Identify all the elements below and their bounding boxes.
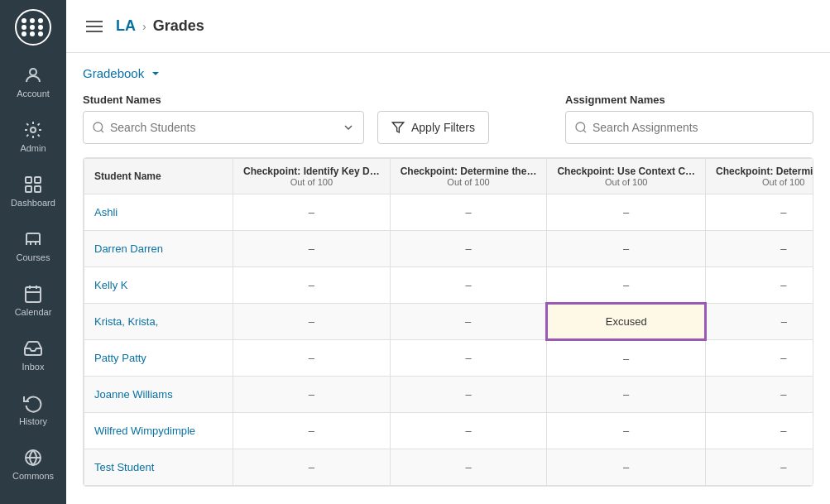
svg-marker-11 — [392, 122, 403, 132]
sidebar-item-account[interactable]: Account — [0, 55, 66, 109]
col-header-checkpoint-4: Checkpoint: Determine Ma… Out of 100 — [706, 159, 813, 194]
student-search-box[interactable] — [83, 111, 364, 144]
search-icon-assignments — [574, 121, 588, 134]
student-name-link[interactable]: Kelly K — [94, 279, 127, 291]
assignment-names-label: Assignment Names — [565, 94, 813, 106]
page-content: Gradebook Student Names Apply Filters — [66, 53, 830, 504]
breadcrumb: LA › Grades — [116, 17, 204, 35]
app-logo[interactable] — [0, 0, 66, 55]
student-name-link[interactable]: Joanne Williams — [94, 388, 173, 401]
svg-rect-5 — [35, 186, 41, 192]
grade-cell[interactable]: – — [706, 413, 813, 449]
sidebar-item-admin-label: Admin — [20, 143, 46, 153]
grade-cell[interactable]: – — [233, 377, 391, 413]
grade-cell[interactable]: – — [547, 267, 706, 304]
gradebook-dropdown-label: Gradebook — [83, 66, 144, 80]
assignment-filter-group: Assignment Names — [565, 94, 813, 144]
sidebar-item-calendar-label: Calendar — [15, 307, 52, 317]
sidebar-item-calendar[interactable]: Calendar — [0, 273, 66, 328]
grade-cell[interactable]: Excused — [547, 304, 706, 340]
svg-point-12 — [576, 122, 585, 132]
grade-cell[interactable]: – — [233, 449, 391, 486]
grade-cell[interactable]: – — [547, 340, 706, 377]
search-icon — [92, 121, 105, 134]
table-row: Patty Patty–––– — [84, 340, 814, 377]
grade-cell[interactable]: – — [547, 413, 706, 449]
student-name-link[interactable]: Ashli — [94, 206, 118, 218]
grades-table-wrapper: Student Name Checkpoint: Identify Key D…… — [83, 157, 813, 487]
svg-line-10 — [101, 130, 103, 132]
sidebar-item-admin[interactable]: Admin — [0, 109, 66, 164]
grade-cell[interactable]: – — [706, 449, 813, 486]
svg-point-1 — [31, 127, 36, 132]
grade-cell[interactable]: – — [390, 340, 547, 377]
sidebar-item-inbox[interactable]: Inbox — [0, 328, 66, 382]
grade-cell[interactable]: – — [233, 194, 391, 231]
grade-cell[interactable]: – — [706, 304, 813, 340]
grade-cell[interactable]: – — [390, 377, 547, 413]
sidebar: Account Admin Dashboard Courses Calendar… — [0, 0, 66, 504]
student-name-cell: Krista, Krista, — [84, 304, 233, 340]
student-filter-group: Student Names — [83, 94, 364, 144]
table-row: Darren Darren–––– — [84, 231, 814, 267]
student-name-link[interactable]: Wilfred Wimpydimple — [94, 425, 195, 437]
grade-cell[interactable]: – — [547, 194, 706, 231]
sidebar-item-history-label: History — [19, 416, 47, 426]
grade-cell[interactable]: – — [233, 413, 391, 449]
grade-cell[interactable]: – — [547, 377, 706, 413]
grade-cell[interactable]: – — [706, 377, 813, 413]
student-name-link[interactable]: Darren Darren — [94, 242, 163, 255]
table-row: Joanne Williams–––– — [84, 377, 814, 413]
grade-cell[interactable]: – — [706, 267, 813, 304]
grade-cell[interactable]: – — [233, 267, 391, 304]
grade-cell[interactable]: – — [390, 449, 547, 486]
grade-cell[interactable]: – — [390, 304, 547, 340]
main-content: LA › Grades Gradebook Student Names — [66, 0, 830, 504]
sidebar-item-dashboard[interactable]: Dashboard — [0, 164, 66, 218]
grade-cell[interactable]: – — [706, 194, 813, 231]
grade-cell[interactable]: – — [706, 340, 813, 377]
assignment-search-box[interactable] — [565, 111, 813, 144]
sidebar-item-courses[interactable]: Courses — [0, 218, 66, 273]
grade-cell[interactable]: – — [547, 231, 706, 267]
student-name-cell: Ashli — [84, 194, 233, 231]
table-row: Krista, Krista,––Excused– — [84, 304, 814, 340]
svg-point-9 — [94, 122, 103, 132]
table-row: Kelly K–––– — [84, 267, 814, 304]
student-name-link[interactable]: Krista, Krista, — [94, 315, 158, 328]
sidebar-item-inbox-label: Inbox — [22, 362, 45, 372]
table-header-row: Student Name Checkpoint: Identify Key D…… — [84, 159, 814, 194]
grade-cell[interactable]: – — [233, 304, 391, 340]
col-header-checkpoint-3: Checkpoint: Use Context C… Out of 100 — [547, 159, 706, 194]
table-row: Test Student–––– — [84, 449, 814, 486]
search-students-input[interactable] — [105, 121, 342, 134]
student-name-link[interactable]: Patty Patty — [94, 352, 146, 364]
gradebook-dropdown[interactable]: Gradebook — [83, 66, 813, 80]
student-name-cell: Kelly K — [84, 267, 233, 304]
breadcrumb-la[interactable]: LA — [116, 17, 136, 35]
grade-cell[interactable]: – — [233, 340, 391, 377]
grade-cell[interactable]: – — [390, 267, 547, 304]
page-header: LA › Grades — [66, 0, 830, 53]
sidebar-item-commons[interactable]: Commons — [0, 437, 66, 492]
sidebar-item-account-label: Account — [17, 89, 50, 98]
sidebar-item-courses-label: Courses — [17, 252, 50, 262]
student-name-link[interactable]: Test Student — [94, 461, 154, 473]
apply-filters-button[interactable]: Apply Filters — [377, 111, 489, 144]
grade-cell[interactable]: – — [706, 231, 813, 267]
table-row: Wilfred Wimpydimple–––– — [84, 413, 814, 449]
grade-cell[interactable]: – — [390, 194, 547, 231]
grade-cell[interactable]: – — [233, 231, 391, 267]
col-header-checkpoint-1: Checkpoint: Identify Key D… Out of 100 — [233, 159, 391, 194]
student-name-cell: Wilfred Wimpydimple — [84, 413, 233, 449]
col-header-student-name: Student Name — [84, 159, 233, 194]
grade-cell[interactable]: – — [547, 449, 706, 486]
grade-cell[interactable]: – — [390, 413, 547, 449]
search-assignments-input[interactable] — [588, 121, 804, 134]
sidebar-item-history[interactable]: History — [0, 382, 66, 437]
menu-toggle-button[interactable] — [83, 17, 106, 36]
svg-rect-3 — [35, 177, 41, 183]
student-name-cell: Joanne Williams — [84, 377, 233, 413]
grade-cell[interactable]: – — [390, 231, 547, 267]
student-name-cell: Darren Darren — [84, 231, 233, 267]
